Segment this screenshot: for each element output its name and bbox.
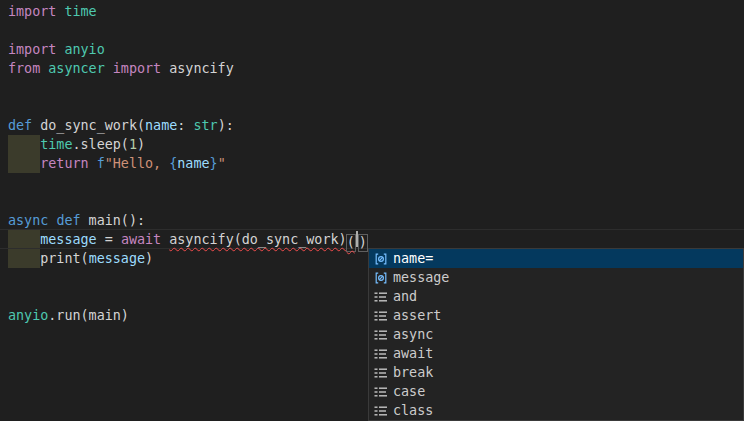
- code-token: main():: [81, 213, 146, 228]
- suggestion-label: await: [393, 344, 433, 363]
- code-token: anyio: [64, 42, 104, 57]
- suggestion-label: break: [393, 363, 433, 382]
- code-token: [8, 156, 40, 171]
- code-token: message: [89, 251, 145, 266]
- suggestion-label: and: [393, 287, 417, 306]
- keyword-icon: [373, 403, 389, 419]
- code-token: time: [40, 137, 72, 152]
- error-squiggle: asyncify(do_sync_work): [169, 232, 346, 247]
- variable-icon: [373, 270, 389, 286]
- code-token: [8, 137, 40, 152]
- suggestion-label: name=: [393, 249, 433, 268]
- code-token: ):: [218, 118, 234, 133]
- code-token: asyncer: [48, 61, 104, 76]
- code-token: print(: [8, 251, 89, 266]
- code-token: ": [218, 156, 226, 171]
- code-line-3[interactable]: import anyio: [0, 40, 744, 59]
- keyword-icon: [373, 327, 389, 343]
- code-token: name: [177, 156, 209, 171]
- suggestion-item-break[interactable]: break: [369, 363, 743, 382]
- code-line-2[interactable]: [0, 21, 744, 40]
- code-token: .run(main): [48, 308, 129, 323]
- code-token: def: [56, 213, 80, 228]
- code-token: f: [97, 156, 105, 171]
- code-token: [89, 156, 97, 171]
- code-token: anyio: [8, 308, 48, 323]
- code-line-4[interactable]: from asyncer import asyncify: [0, 59, 744, 78]
- code-token: message: [40, 232, 96, 247]
- code-token: str: [193, 118, 217, 133]
- suggestion-item-assert[interactable]: assert: [369, 306, 743, 325]
- suggestion-label: async: [393, 325, 433, 344]
- code-token: from: [8, 61, 40, 76]
- editor-screen: import timeimport anyiofrom asyncer impo…: [0, 0, 744, 421]
- code-line-7[interactable]: def do_sync_work(name: str):: [0, 116, 744, 135]
- keyword-icon: [373, 346, 389, 362]
- code-token: 1: [129, 137, 137, 152]
- suggestion-item-await[interactable]: await: [369, 344, 743, 363]
- code-line-13[interactable]: message = await asyncify(do_sync_work)(): [0, 230, 744, 249]
- code-token: =: [97, 232, 121, 247]
- code-token: import: [8, 42, 56, 57]
- code-line-6[interactable]: [0, 97, 744, 116]
- code-token: }: [210, 156, 218, 171]
- code-token: ): [137, 137, 145, 152]
- code-token: name: [145, 118, 177, 133]
- suggestion-label: assert: [393, 306, 441, 325]
- suggestion-item-name[interactable]: name=: [369, 249, 743, 268]
- suggestion-label: message: [393, 268, 449, 287]
- code-token: import: [113, 61, 161, 76]
- suggestion-item-async[interactable]: async: [369, 325, 743, 344]
- code-token: ): [145, 251, 153, 266]
- code-line-11[interactable]: [0, 192, 744, 211]
- code-token: [8, 232, 40, 247]
- variable-icon: [373, 251, 389, 267]
- code-token: import: [8, 4, 56, 19]
- code-line-9[interactable]: return f"Hello, {name}": [0, 154, 744, 173]
- code-line-8[interactable]: time.sleep(1): [0, 135, 744, 154]
- suggestion-item-message[interactable]: message: [369, 268, 743, 287]
- suggestion-item-case[interactable]: case: [369, 382, 743, 401]
- code-line-5[interactable]: [0, 78, 744, 97]
- code-token: return: [40, 156, 88, 171]
- code-token: await: [121, 232, 161, 247]
- code-line-1[interactable]: import time: [0, 2, 744, 21]
- code-token: [105, 61, 113, 76]
- autocomplete-popup: name=messageandassertasyncawaitbreakcase…: [368, 248, 744, 421]
- keyword-icon: [373, 384, 389, 400]
- code-token: asyncify: [161, 61, 234, 76]
- suggestion-label: class: [393, 401, 433, 420]
- code-token: time: [64, 4, 96, 19]
- code-token: .sleep(: [73, 137, 129, 152]
- code-token: do_sync_work(: [32, 118, 145, 133]
- code-token: def: [8, 118, 32, 133]
- code-token: "Hello,: [105, 156, 170, 171]
- suggestion-item-class[interactable]: class: [369, 401, 743, 420]
- suggestion-label: case: [393, 382, 425, 401]
- code-token: :: [177, 118, 193, 133]
- code-line-10[interactable]: [0, 173, 744, 192]
- keyword-icon: [373, 289, 389, 305]
- code-token: async: [8, 213, 48, 228]
- code-line-12[interactable]: async def main():: [0, 211, 744, 230]
- keyword-icon: [373, 308, 389, 324]
- suggestion-item-and[interactable]: and: [369, 287, 743, 306]
- keyword-icon: [373, 365, 389, 381]
